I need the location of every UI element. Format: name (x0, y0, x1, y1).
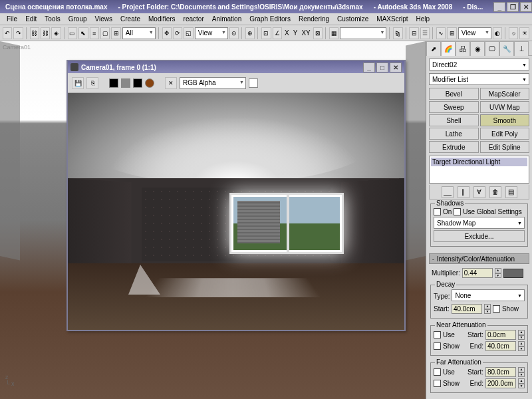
select-name-button[interactable]: ≡ (90, 27, 99, 39)
light-color-swatch[interactable] (503, 269, 523, 278)
select-cursor-button[interactable]: ⬉ (78, 27, 88, 39)
menu-modifiers[interactable]: Modifiers (144, 14, 180, 24)
near-end-input[interactable]: 40.0cm (485, 341, 516, 351)
far-start-spinner[interactable]: ▲▼ (518, 367, 525, 377)
menu-animation[interactable]: Animation (208, 14, 245, 24)
intensity-rollout-header[interactable]: - Intensity/Color/Attenuation (429, 253, 529, 264)
mod-editspline-button[interactable]: Edit Spline (480, 141, 530, 153)
near-start-spinner[interactable]: ▲▼ (518, 330, 525, 340)
mod-bevel-button[interactable]: Bevel (429, 88, 479, 100)
render-frame-window[interactable]: Camera01, frame 0 (1:1) _ □ ✕ 💾 ⎘ ✕ RGB … (66, 60, 406, 331)
menu-create[interactable]: Create (116, 14, 144, 24)
shadows-on-checkbox[interactable] (434, 208, 441, 215)
mod-smooth-button[interactable]: Smooth (480, 114, 530, 126)
schematic-button[interactable]: ⊞ (447, 27, 456, 39)
filter-dropdown[interactable]: All (122, 27, 156, 39)
near-end-spinner[interactable]: ▲▼ (518, 341, 525, 351)
select-button[interactable]: ▭ (68, 27, 77, 39)
material-button[interactable]: ◐ (493, 27, 502, 39)
utilities-tab[interactable]: 🔧 (499, 41, 514, 56)
redo-button[interactable]: ↷ (13, 27, 23, 39)
unlink-button[interactable]: ⛓ (41, 27, 50, 39)
named-sel-dropdown[interactable] (340, 27, 386, 39)
show-result-button[interactable]: ∥ (458, 186, 469, 198)
channel-alpha-button[interactable] (121, 78, 130, 88)
decay-start-spinner[interactable]: ▲▼ (484, 304, 491, 314)
shadow-type-dropdown[interactable]: Shadow Map (434, 217, 525, 229)
view-dropdown2[interactable]: View (458, 27, 491, 39)
percent-snap-button[interactable]: ⊠ (313, 27, 323, 39)
far-start-input[interactable]: 80.0cm (485, 367, 516, 377)
remove-mod-button[interactable]: 🗑 (489, 186, 501, 198)
menu-grapheditors[interactable]: Graph Editors (245, 14, 295, 24)
select-region-button[interactable]: ▢ (100, 27, 110, 39)
channel-dropdown[interactable]: RGB Alpha (180, 77, 246, 89)
mod-sweep-button[interactable]: Sweep (429, 101, 479, 113)
render-maximize-button[interactable]: □ (376, 63, 388, 72)
far-end-input[interactable]: 200.0cm (485, 378, 516, 388)
near-show-checkbox[interactable] (434, 342, 441, 350)
center-button[interactable]: ⊙ (229, 27, 239, 39)
menu-reactor[interactable]: reactor (180, 14, 208, 24)
close-button[interactable]: ✕ (520, 2, 532, 12)
clear-button[interactable] (145, 78, 154, 88)
save-image-button[interactable]: 💾 (72, 77, 84, 89)
modifier-list-dropdown[interactable]: Modifier List (429, 73, 529, 85)
stack-entry[interactable]: Target Directional Light (431, 158, 527, 166)
pin-stack-button[interactable]: ⎯⎯ (442, 186, 454, 198)
manip-button[interactable]: ⊕ (245, 27, 255, 39)
scale-button[interactable]: ◱ (184, 27, 193, 39)
mod-editpoly-button[interactable]: Edit Poly (480, 128, 530, 140)
mirror-button[interactable]: ⧎ (393, 27, 402, 39)
object-name-field[interactable]: Direct02 (429, 59, 529, 70)
named-sel-button[interactable]: ▦ (329, 27, 338, 39)
extra-tab[interactable]: ⟘ (514, 41, 529, 56)
create-tab[interactable]: ⬈ (426, 41, 441, 56)
hierarchy-tab[interactable]: 品 (456, 41, 470, 56)
move-button[interactable]: ✥ (162, 27, 172, 39)
far-show-checkbox[interactable] (434, 380, 441, 387)
quick-render-button[interactable]: ☀ (519, 27, 529, 39)
restore-button[interactable]: ❐ (507, 2, 519, 12)
exclude-button[interactable]: Exclude... (434, 230, 525, 242)
layer-button[interactable]: ☰ (420, 27, 430, 39)
mod-extrude-button[interactable]: Extrude (429, 141, 479, 153)
decay-show-checkbox[interactable] (493, 305, 500, 313)
undo-button[interactable]: ↶ (3, 27, 12, 39)
use-global-checkbox[interactable] (454, 208, 461, 215)
bind-button[interactable]: ◈ (51, 27, 61, 39)
multiplier-spinner[interactable]: ▲▼ (495, 268, 501, 278)
decay-start-input[interactable]: 40.0cm (452, 304, 482, 314)
render-titlebar[interactable]: Camera01, frame 0 (1:1) _ □ ✕ (68, 61, 404, 73)
axis-xy-label[interactable]: XY (300, 29, 311, 37)
motion-tab[interactable]: ◉ (470, 41, 485, 56)
snap-button[interactable]: ⊡ (261, 27, 271, 39)
mod-uvwmap-button[interactable]: UVW Map (480, 101, 530, 113)
display-tab[interactable]: 🖵 (485, 41, 499, 56)
channel-mono-button[interactable] (133, 78, 142, 88)
multiplier-input[interactable]: 0.44 (462, 268, 493, 278)
far-use-checkbox[interactable] (434, 368, 441, 376)
axis-y-label[interactable]: Y (292, 29, 299, 37)
near-start-input[interactable]: 0.0cm (485, 330, 516, 340)
link-button[interactable]: ⛓ (30, 27, 39, 39)
menu-customize[interactable]: Customize (333, 14, 372, 24)
angle-snap-button[interactable]: ∠ (273, 27, 282, 39)
channel-rgb-button[interactable] (109, 78, 118, 88)
align-button[interactable]: ⊟ (409, 27, 418, 39)
bg-color-swatch[interactable] (249, 78, 258, 88)
clone-button[interactable]: ✕ (165, 77, 177, 89)
axis-x-label[interactable]: X (283, 29, 291, 37)
mod-mapscaler-button[interactable]: MapScaler (480, 88, 530, 100)
mod-lathe-button[interactable]: Lathe (429, 128, 479, 140)
modify-tab[interactable]: 🌈 (441, 41, 456, 56)
render-minimize-button[interactable]: _ (363, 63, 375, 72)
mod-shell-button[interactable]: Shell (429, 114, 479, 126)
decay-type-dropdown[interactable]: None (452, 289, 525, 301)
render-scene-button[interactable]: ☼ (509, 27, 518, 39)
rotate-button[interactable]: ⟳ (173, 27, 182, 39)
menu-help[interactable]: Help (412, 14, 434, 24)
near-use-checkbox[interactable] (434, 331, 441, 338)
menu-file[interactable]: File (3, 14, 21, 24)
make-unique-button[interactable]: ∀ (473, 186, 485, 198)
